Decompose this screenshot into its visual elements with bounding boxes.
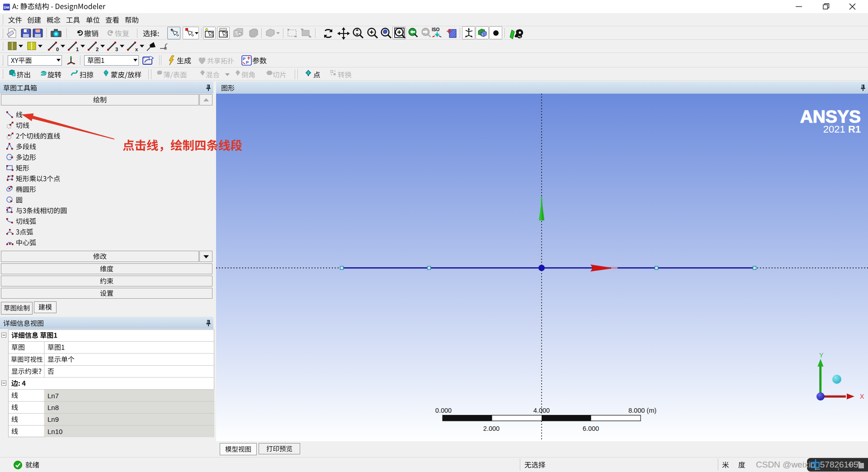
svg-text:*: * (143, 57, 145, 60)
svg-text:ISO: ISO (432, 27, 439, 32)
svg-text:Y: Y (819, 352, 824, 359)
svg-text:2: 2 (96, 47, 99, 52)
svg-text:DM: DM (4, 5, 9, 10)
svg-text:X: X (860, 393, 864, 400)
svg-text:3: 3 (115, 47, 118, 52)
svg-text:P: P (243, 57, 245, 61)
svg-text:x: x (135, 47, 138, 52)
svg-text:P: P (246, 60, 249, 65)
svg-text:0: 0 (56, 47, 59, 52)
svg-text:1: 1 (76, 47, 79, 52)
